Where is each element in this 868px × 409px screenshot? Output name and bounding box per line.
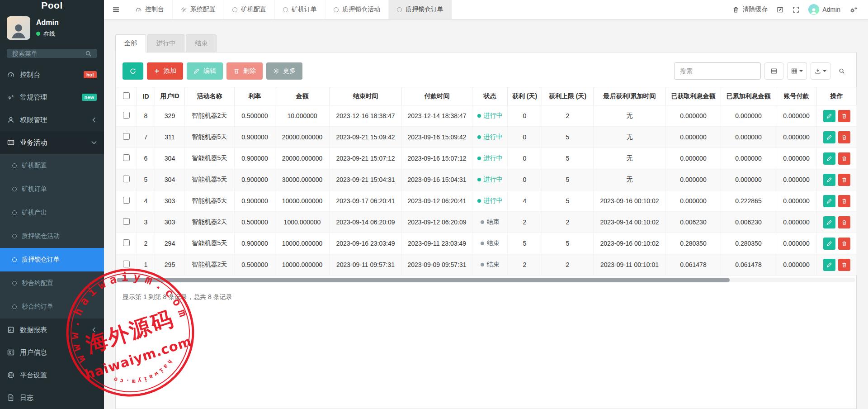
topbar-tab-pledge-order[interactable]: 质押锁仓订单	[389, 0, 452, 19]
sidebar-item-business[interactable]: 业务活动	[0, 131, 104, 154]
column-header-7[interactable]: 状态	[472, 87, 508, 105]
table-search-input[interactable]	[674, 62, 761, 80]
column-header-10[interactable]: 最后获利/累加时间	[594, 87, 666, 105]
topbar-tab-dashboard[interactable]: 控制台	[127, 0, 173, 19]
topbar-tab-miner-order[interactable]: 矿机订单	[275, 0, 326, 19]
admin-user-menu[interactable]: Admin	[808, 4, 840, 15]
row-edit-button[interactable]	[823, 216, 835, 228]
row-checkbox[interactable]	[123, 239, 130, 246]
column-header-1[interactable]: 用户ID	[155, 87, 185, 105]
filter-tab-ended[interactable]: 结束	[186, 34, 217, 52]
app-logo[interactable]: Pool	[0, 0, 104, 11]
sidebar-item-logs[interactable]: 日志	[0, 386, 104, 409]
user-status: 在线	[36, 30, 59, 38]
cell-interest-got: 0.000000	[666, 105, 721, 127]
menu-search-input[interactable]	[12, 50, 85, 57]
column-header-13[interactable]: 账号付款	[776, 87, 817, 105]
sidebar-subitem-seconds-config[interactable]: 秒合约配置	[0, 271, 104, 295]
new-badge: new	[82, 94, 97, 101]
column-header-9[interactable]: 获利上限 (天)	[542, 87, 594, 105]
row-delete-button[interactable]	[838, 195, 850, 207]
row-checkbox[interactable]	[123, 261, 130, 267]
sidebar-subitem-pledge-activity[interactable]: 质押锁仓活动	[0, 224, 104, 248]
column-header-5[interactable]: 结束时间	[330, 87, 402, 105]
cell-actions	[817, 212, 857, 233]
admin-user-label: Admin	[822, 6, 840, 13]
row-select-cell	[116, 254, 137, 276]
sidebar-subitem-miner-config[interactable]: 矿机配置	[0, 154, 104, 177]
topbar-tab-pledge-activity[interactable]: 质押锁仓活动	[326, 0, 389, 19]
column-header-8[interactable]: 获利 (天)	[508, 87, 542, 105]
row-checkbox[interactable]	[123, 133, 130, 140]
scrollbar-thumb[interactable]	[117, 278, 730, 282]
search-toggle-button[interactable]	[834, 62, 849, 80]
row-delete-button[interactable]	[838, 174, 850, 186]
user-status-label: 在线	[43, 30, 55, 38]
sidebar-item-dashboard[interactable]: 控制台 hot	[0, 63, 104, 86]
row-edit-button[interactable]	[823, 259, 835, 271]
more-button[interactable]: 更多	[266, 62, 302, 80]
sidebar-subitem-seconds-order[interactable]: 秒合约订单	[0, 295, 104, 319]
delete-button[interactable]: 删除	[226, 62, 263, 80]
column-header-14[interactable]: 操作	[817, 87, 857, 105]
sidebar-item-general[interactable]: 常规管理 new	[0, 86, 104, 109]
topbar-tab-system-config[interactable]: 系统配置	[173, 0, 224, 19]
search-icon[interactable]	[85, 50, 92, 57]
topbar-tab-miner-config[interactable]: 矿机配置	[224, 0, 275, 19]
menu-toggle-button[interactable]	[104, 0, 127, 19]
row-delete-button[interactable]	[838, 259, 850, 271]
row-edit-button[interactable]	[823, 174, 835, 186]
sidebar-item-platform[interactable]: 平台设置	[0, 364, 104, 386]
row-delete-button[interactable]	[838, 152, 850, 165]
cell-id: 7	[137, 127, 155, 148]
sidebar-subitem-miner-order[interactable]: 矿机订单	[0, 177, 104, 201]
cell-user-id: 329	[155, 105, 185, 127]
fullscreen-button[interactable]	[793, 6, 799, 13]
tab-label: 矿机订单	[292, 5, 317, 14]
refresh-button[interactable]	[123, 62, 143, 80]
export-button[interactable]	[811, 62, 830, 80]
cell-rate: 0.900000	[235, 233, 275, 254]
view-toggle-button[interactable]	[764, 62, 783, 80]
sidebar-item-auth[interactable]: 权限管理	[0, 109, 104, 131]
column-header-12[interactable]: 已累加利息金额	[721, 87, 776, 105]
row-edit-button[interactable]	[823, 238, 835, 250]
filter-tab-all[interactable]: 全部	[115, 34, 146, 52]
column-header-3[interactable]: 利率	[235, 87, 275, 105]
cell-pay-time: 2023-09-16 15:09:42	[402, 127, 472, 148]
row-delete-button[interactable]	[838, 131, 850, 143]
row-edit-button[interactable]	[823, 131, 835, 143]
row-checkbox[interactable]	[123, 112, 130, 119]
row-delete-button[interactable]	[838, 238, 850, 250]
column-header-0[interactable]: ID	[137, 87, 155, 105]
row-checkbox[interactable]	[123, 176, 130, 182]
column-header-4[interactable]: 金额	[275, 87, 330, 105]
columns-button[interactable]	[787, 62, 807, 80]
row-delete-button[interactable]	[838, 216, 850, 228]
column-header-11[interactable]: 已获取利息金额	[666, 87, 721, 105]
clear-cache-button[interactable]: 清除缓存	[732, 5, 768, 14]
row-checkbox[interactable]	[123, 218, 130, 225]
column-header-2[interactable]: 活动名称	[185, 87, 235, 105]
user-card-icon	[7, 349, 14, 356]
cell-interest-added: 0.006230	[721, 212, 776, 233]
filter-tab-running[interactable]: 进行中	[147, 34, 184, 52]
sidebar-item-report[interactable]: 数据报表	[0, 319, 104, 341]
column-header-6[interactable]: 付款时间	[402, 87, 472, 105]
trash-icon	[841, 113, 847, 119]
sidebar-subitem-pledge-order[interactable]: 质押锁仓订单	[0, 248, 104, 271]
edit-button[interactable]: 编辑	[187, 62, 223, 80]
row-delete-button[interactable]	[838, 110, 850, 122]
row-checkbox[interactable]	[123, 197, 130, 204]
sidebar-subitem-miner-output[interactable]: 矿机产出	[0, 201, 104, 224]
row-edit-button[interactable]	[823, 110, 835, 122]
settings-button[interactable]	[849, 6, 858, 13]
select-all-checkbox[interactable]	[123, 92, 130, 99]
horizontal-scrollbar[interactable]	[117, 278, 855, 282]
row-edit-button[interactable]	[823, 195, 835, 207]
edit-window-button[interactable]	[777, 6, 783, 13]
sidebar-item-userinfo[interactable]: 用户信息	[0, 341, 104, 364]
add-button[interactable]: 添加	[147, 62, 183, 80]
row-edit-button[interactable]	[823, 152, 835, 165]
row-checkbox[interactable]	[123, 154, 130, 161]
